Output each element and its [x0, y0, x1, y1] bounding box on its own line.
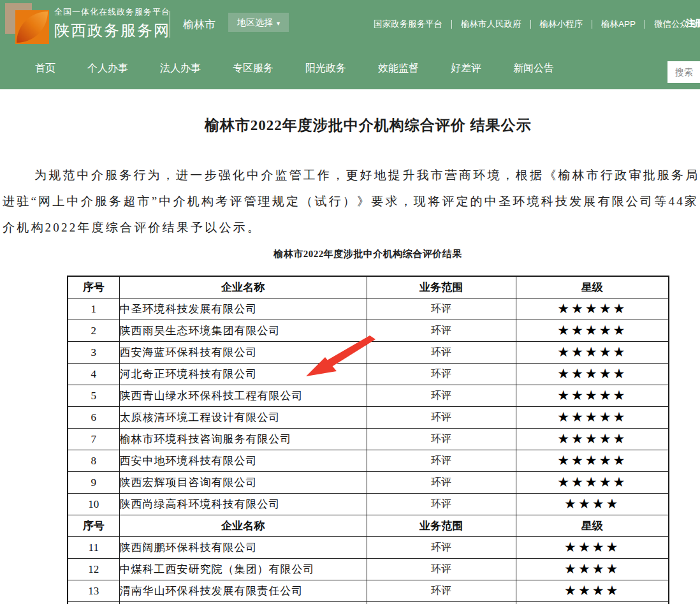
column-header: 企业名称: [119, 515, 367, 537]
cell-company-name: 榆林市环境科技咨询服务有限公司: [119, 429, 367, 450]
nav-item[interactable]: 效能监督: [378, 62, 419, 75]
cell-serial-number: 5: [68, 385, 119, 407]
cell-business-scope: 环评: [367, 407, 516, 429]
cell-serial-number: 11: [68, 537, 119, 559]
cell-business-scope: 环评: [367, 342, 516, 364]
table-row: 4河北奇正环境科技有限公司环评★★★★★: [68, 364, 669, 385]
cell-star-rating: ★★★★★: [516, 298, 669, 320]
column-header: 序号: [68, 515, 119, 537]
cell-serial-number: 7: [68, 429, 119, 450]
table-row: 10陕西尚绿高科环境科技有限公司环评★★★★: [68, 494, 669, 515]
cell-serial-number: 9: [68, 472, 119, 494]
cell-business-scope: 环评: [367, 320, 516, 342]
nav-item[interactable]: 首页: [35, 62, 55, 75]
cell-serial-number: 3: [68, 342, 119, 364]
cell-serial-number: 8: [68, 450, 119, 472]
table-row: 12中煤科工西安研究院（集团）有限公司环评★★★★: [68, 559, 669, 580]
cell-star-rating: ★★★★★: [516, 320, 669, 342]
cell-company-name: 西安海蓝环保科技有限公司: [119, 342, 367, 364]
cell-business-scope: 环评: [367, 580, 516, 602]
current-city-label: 榆林市: [183, 17, 215, 32]
cell-business-scope: 环评: [367, 364, 516, 385]
nav-item[interactable]: 阳光政务: [305, 62, 346, 75]
cell-star-rating: ★★★★★: [516, 407, 669, 429]
cell-company-name: 西安中地环境科技有限公司: [119, 450, 367, 472]
cell-business-scope: 环评: [367, 559, 516, 580]
cell-serial-number: 12: [68, 559, 119, 580]
cell-business-scope: 环评: [367, 472, 516, 494]
nav-item[interactable]: 个人办事: [87, 62, 128, 75]
search-input[interactable]: [667, 61, 700, 83]
table-row: 7榆林市环境科技咨询服务有限公司环评★★★★★: [68, 429, 669, 450]
cell-business-scope: 环评: [367, 429, 516, 450]
table-row: 2陕西雨昊生态环境集团有限公司环评★★★★★: [68, 320, 669, 342]
cell-business-scope: 环评: [367, 537, 516, 559]
nav-item[interactable]: 法人办事: [160, 62, 201, 75]
table-row: 3西安海蓝环保科技有限公司环评★★★★★: [68, 342, 669, 364]
region-select-button[interactable]: 地区选择▾: [228, 13, 289, 32]
paragraph-line-1: 为规范中介服务行为，进一步强化中介监管工作，更好地提升我市营商环境，根据《榆林市…: [3, 167, 700, 184]
top-link[interactable]: 榆林小程序: [531, 18, 592, 30]
cell-serial-number: 6: [68, 407, 119, 429]
logo-orange-square: [15, 10, 49, 44]
cell-star-rating: ★★★★: [516, 580, 669, 602]
table-header-row: 序号企业名称业务范围星级: [68, 515, 669, 537]
cell-empty: [516, 602, 669, 604]
cell-empty: [68, 602, 119, 604]
top-link[interactable]: 榆林市人民政府: [452, 18, 530, 30]
table-row: 13渭南华山环保科技发展有限责任公司环评★★★★: [68, 580, 669, 602]
table-row: 11陕西阔鹏环保科技有限公司环评★★★★: [68, 537, 669, 559]
cell-serial-number: 2: [68, 320, 119, 342]
cell-business-scope: 环评: [367, 385, 516, 407]
cell-star-rating: ★★★★: [516, 537, 669, 559]
cell-star-rating: ★★★★: [516, 494, 669, 515]
site-logo[interactable]: [5, 3, 47, 45]
column-header: 业务范围: [367, 276, 516, 298]
cell-star-rating: ★★★★★: [516, 450, 669, 472]
paragraph-line-3: 介机构2022年度综合评价结果予以公示。: [3, 219, 261, 236]
evaluation-results-table: 序号企业名称业务范围星级1中圣环境科技发展有限公司环评★★★★★2陕西雨昊生态环…: [67, 276, 669, 604]
cell-company-name: 中圣环境科技发展有限公司: [119, 298, 367, 320]
cell-star-rating: ★★★★★: [516, 429, 669, 450]
cell-star-rating: ★★★★★: [516, 472, 669, 494]
nav-item[interactable]: 新闻公告: [513, 62, 554, 75]
cell-empty: [119, 602, 367, 604]
top-link[interactable]: 榆林APP: [592, 18, 645, 30]
paragraph-line-2: 进驻“网上中介服务超市”中介机构考评管理规定（试行）》要求，现将评定的中圣环境科…: [3, 193, 699, 210]
register-link[interactable]: 注册: [686, 18, 700, 29]
top-links: 国家政务服务平台榆林市人民政府榆林小程序榆林APP微信公众号: [365, 0, 700, 48]
table-row-partial: [68, 602, 669, 604]
table-header-row: 序号企业名称业务范围星级: [68, 276, 669, 298]
nav-item[interactable]: 好差评: [451, 62, 481, 75]
column-header: 企业名称: [119, 276, 367, 298]
cell-company-name: 太原核清环境工程设计有限公司: [119, 407, 367, 429]
page-title: 榆林市2022年度涉批中介机构综合评价 结果公示: [0, 115, 700, 135]
cell-serial-number: 10: [68, 494, 119, 515]
logo-leaf-icon: [17, 11, 48, 43]
column-header: 序号: [68, 276, 119, 298]
cell-serial-number: 1: [68, 298, 119, 320]
nav-item[interactable]: 专区服务: [233, 62, 273, 75]
cell-business-scope: 环评: [367, 494, 516, 515]
header-divider: [170, 11, 170, 38]
table-row: 6太原核清环境工程设计有限公司环评★★★★★: [68, 407, 669, 429]
cell-star-rating: ★★★★★: [516, 364, 669, 385]
cell-serial-number: 4: [68, 364, 119, 385]
cell-company-name: 中煤科工西安研究院（集团）有限公司: [119, 559, 367, 580]
cell-star-rating: ★★★★★: [516, 385, 669, 407]
table-caption: 榆林市2022年度涉批中介机构综合评价结果: [0, 248, 700, 260]
cell-company-name: 陕西尚绿高科环境科技有限公司: [119, 494, 367, 515]
cell-business-scope: 环评: [367, 298, 516, 320]
cell-company-name: 陕西阔鹏环保科技有限公司: [119, 537, 367, 559]
cell-star-rating: ★★★★★: [516, 342, 669, 364]
cell-business-scope: 环评: [367, 450, 516, 472]
column-header: 业务范围: [367, 515, 516, 537]
page: { "header": { "platform_small": "全国一体化在线…: [0, 0, 700, 604]
column-header: 星级: [516, 515, 669, 537]
top-link[interactable]: 国家政务服务平台: [365, 18, 451, 30]
top-header-bar: 全国一体化在线政务服务平台 陕西政务服务网 榆林市 地区选择▾ 国家政务服务平台…: [0, 0, 700, 48]
cell-serial-number: 13: [68, 580, 119, 602]
chevron-down-icon: ▾: [277, 20, 280, 27]
platform-subtitle: 全国一体化在线政务服务平台: [54, 6, 170, 18]
table-row: 1中圣环境科技发展有限公司环评★★★★★: [68, 298, 669, 320]
